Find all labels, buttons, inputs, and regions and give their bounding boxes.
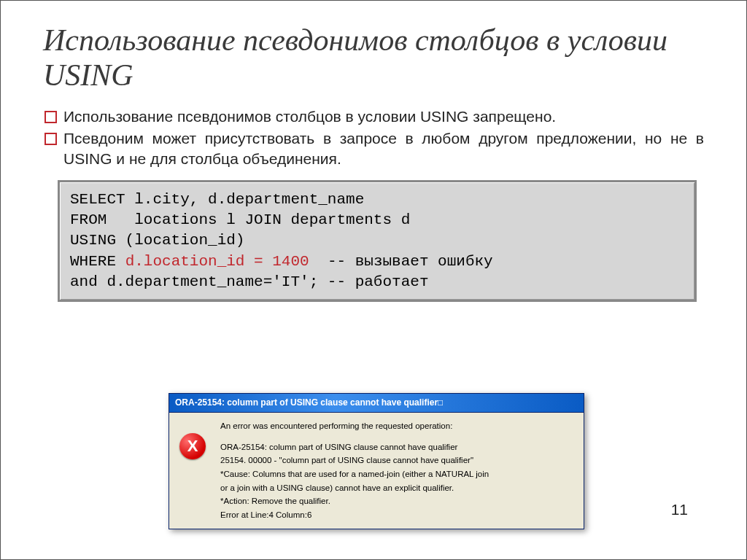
error-dialog: ORA-25154: column part of USING clause c… bbox=[169, 393, 584, 529]
code-highlight: d.location_id = 1400 bbox=[125, 253, 309, 270]
dialog-line: *Cause: Columns that are used for a name… bbox=[220, 468, 575, 481]
code-line: USING (location_id) bbox=[70, 232, 244, 249]
dialog-line: An error was encountered performing the … bbox=[220, 420, 575, 432]
dialog-body: X An error was encountered performing th… bbox=[169, 413, 584, 529]
dialog-line: 25154. 00000 - "column part of USING cla… bbox=[220, 454, 575, 467]
bullet-list: Использование псевдонимов столбцов в усл… bbox=[43, 106, 704, 170]
slide-title: Использование псевдонимов столбцов в усл… bbox=[43, 23, 704, 93]
code-line: -- вызывает ошибку bbox=[309, 253, 493, 270]
bullet-item: Использование псевдонимов столбцов в усл… bbox=[43, 106, 704, 127]
dialog-titlebar: ORA-25154: column part of USING clause c… bbox=[169, 394, 584, 413]
slide: Использование псевдонимов столбцов в усл… bbox=[0, 0, 747, 560]
page-number: 11 bbox=[671, 501, 688, 518]
error-x-icon: X bbox=[179, 433, 206, 459]
code-line: FROM locations l JOIN departments d bbox=[70, 211, 410, 228]
error-icon: X bbox=[179, 420, 212, 523]
code-line: and d.department_name='IT'; -- работает bbox=[70, 273, 428, 290]
dialog-text: An error was encountered performing the … bbox=[212, 420, 575, 523]
code-line: SELECT l.city, d.department_name bbox=[70, 191, 364, 208]
code-block: SELECT l.city, d.department_name FROM lo… bbox=[58, 180, 697, 303]
dialog-line: or a join with a USING clause) cannot ha… bbox=[220, 482, 575, 494]
dialog-line: *Action: Remove the qualifier. bbox=[220, 495, 575, 508]
code-line: WHERE bbox=[70, 253, 125, 270]
dialog-line: Error at Line:4 Column:6 bbox=[220, 509, 575, 521]
dialog-line: ORA-25154: column part of USING clause c… bbox=[220, 441, 575, 454]
bullet-item: Псевдоним может присутствовать в запросе… bbox=[43, 128, 704, 170]
